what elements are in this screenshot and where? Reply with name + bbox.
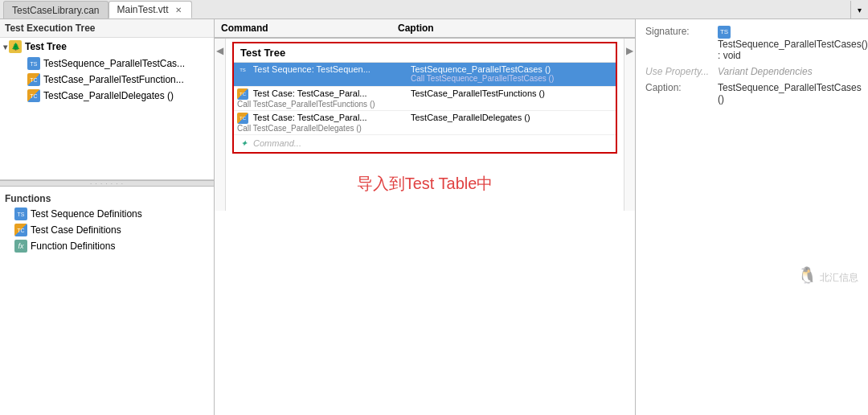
table-row[interactable]: TS Test Sequence: TestSequen... TestSequ… bbox=[234, 63, 616, 87]
row1-cap-sub: Call TestSequence_ParallelTestCases () bbox=[411, 74, 612, 83]
execution-tree-title: Test Execution Tree bbox=[0, 19, 214, 38]
signature-row: Signature: TS TestSequence_ParallelTestC… bbox=[645, 26, 858, 61]
fn-item-fd[interactable]: fx Function Definitions bbox=[0, 238, 214, 254]
tree-area: ▾ 🌲 Test Tree TS TestSequence_ParallelTe… bbox=[0, 38, 214, 104]
row3-cap-main: TestCase_ParallelDelegates () bbox=[411, 113, 612, 122]
watermark-text: 🐧 北汇信息 bbox=[645, 265, 858, 285]
fn-item-tsd[interactable]: TS Test Sequence Definitions bbox=[0, 206, 214, 222]
row1-cap-main: TestSequence_ParallelTestCases () bbox=[411, 64, 612, 74]
tree-item-tc2-label: TestCase_ParallelDelegates () bbox=[43, 90, 174, 101]
tc-icon-1: TC bbox=[27, 73, 40, 86]
signature-value: TS TestSequence_ParallelTestCases() : vo… bbox=[718, 26, 868, 61]
left-arrow-area: ◀ bbox=[215, 39, 226, 211]
row2-cmd-text: Test Case: TestCase_Paral... bbox=[253, 88, 367, 98]
fn-item-tcd[interactable]: TC Test Case Definitions bbox=[0, 222, 214, 238]
signature-icon: TS bbox=[718, 26, 731, 39]
center-text-area: 导入到Test Table中 bbox=[226, 157, 624, 211]
tree-root[interactable]: ▾ 🌲 Test Tree bbox=[0, 38, 214, 55]
watermark-area: 🐧 北汇信息 bbox=[645, 265, 858, 285]
tab-testcaselibrary[interactable]: TestCaseLibrary.can bbox=[3, 1, 108, 18]
col-caption-header: Caption bbox=[398, 23, 628, 34]
tab-bar: TestCaseLibrary.can MainTest.vtt ✕ ▾ bbox=[0, 0, 868, 19]
row1-cmd-text: Test Sequence: TestSequen... bbox=[253, 64, 371, 74]
functions-title: Functions bbox=[0, 190, 214, 206]
new-command-row[interactable]: ✦ Command... bbox=[234, 135, 616, 152]
right-panel: Signature: TS TestSequence_ParallelTestC… bbox=[635, 19, 868, 415]
fn-item-tsd-label: Test Sequence Definitions bbox=[31, 208, 142, 220]
row3-tc-icon: TC bbox=[237, 113, 248, 124]
tc-icon-2: TC bbox=[27, 89, 40, 102]
folder-icon: 🌲 bbox=[9, 40, 22, 53]
row2-cmd: TC Test Case: TestCase_Paral... Call Tes… bbox=[237, 88, 411, 109]
new-command-star-icon: ✦ bbox=[240, 138, 248, 148]
caption-label: Caption: bbox=[645, 82, 718, 93]
fn-item-tcd-label: Test Case Definitions bbox=[31, 224, 121, 236]
row2-cap: TestCase_ParallelTestFunctions () bbox=[411, 88, 612, 98]
signature-label: Signature: bbox=[645, 26, 718, 37]
row3-cmd-text: Test Case: TestCase_Paral... bbox=[253, 113, 367, 122]
tree-item-seq1-label: TestSequence_ParallelTestCas... bbox=[43, 58, 185, 69]
right-arrow-icon: ▶ bbox=[626, 45, 633, 56]
chevron-down-icon: ▾ bbox=[3, 43, 7, 51]
tab-testcaselibrary-label: TestCaseLibrary.can bbox=[12, 5, 100, 16]
left-panel: Test Execution Tree ▾ 🌲 Test Tree TS Tes… bbox=[0, 19, 215, 415]
caption-row: Caption: TestSequence_ParallelTestCases … bbox=[645, 82, 858, 105]
watermark-company: 北汇信息 bbox=[820, 272, 858, 283]
tree-root-label: Test Tree bbox=[25, 41, 67, 52]
tab-dropdown-button[interactable]: ▾ bbox=[850, 1, 868, 18]
main-layout: Test Execution Tree ▾ 🌲 Test Tree TS Tes… bbox=[0, 19, 868, 415]
tab-maintest-label: MainTest.vtt bbox=[117, 4, 169, 15]
functions-section: Functions TS Test Sequence Definitions T… bbox=[0, 187, 214, 415]
use-property-row: Use Property... Variant Dependencies bbox=[645, 66, 858, 77]
seq-icon: TS bbox=[27, 57, 40, 70]
table-content: Test Tree TS Test Sequence: TestSequen..… bbox=[226, 39, 624, 211]
use-property-label: Use Property... bbox=[645, 66, 718, 77]
new-command-placeholder: Command... bbox=[253, 138, 301, 148]
tab-close-button[interactable]: ✕ bbox=[174, 6, 183, 14]
signature-value-text: TestSequence_ParallelTestCases() : void bbox=[718, 39, 868, 61]
use-property-value: Variant Dependencies bbox=[718, 66, 858, 77]
table-row[interactable]: TC Test Case: TestCase_Paral... Call Tes… bbox=[234, 87, 616, 111]
fn-icon: fx bbox=[14, 240, 27, 253]
test-tree-box: Test Tree TS Test Sequence: TestSequen..… bbox=[232, 42, 617, 154]
wechat-icon: 🐧 bbox=[797, 266, 817, 284]
row2-cmd-sub: Call TestCase_ParallelTestFunctions () bbox=[237, 100, 407, 109]
tree-item-tc1[interactable]: TC TestCase_ParallelTestFunction... bbox=[0, 72, 214, 88]
right-arrow-area: ▶ bbox=[624, 39, 635, 211]
h-divider[interactable]: · · · · · · · bbox=[0, 180, 214, 187]
row1-seq-icon: TS bbox=[237, 64, 248, 76]
tree-item-seq1[interactable]: TS TestSequence_ParallelTestCas... bbox=[0, 55, 214, 72]
row3-cmd-sub: Call TestCase_ParallelDelegates () bbox=[237, 124, 407, 133]
row2-tc-icon: TC bbox=[237, 88, 248, 100]
row2-cap-main: TestCase_ParallelTestFunctions () bbox=[411, 88, 612, 98]
fn-item-fd-label: Function Definitions bbox=[31, 240, 115, 252]
tab-maintest[interactable]: MainTest.vtt ✕ bbox=[108, 1, 192, 18]
table-header: Command Caption bbox=[215, 19, 635, 39]
tree-item-tc2[interactable]: TC TestCase_ParallelDelegates () bbox=[0, 88, 214, 104]
row1-cmd: TS Test Sequence: TestSequen... bbox=[237, 64, 411, 76]
execution-tree-section: Test Execution Tree ▾ 🌲 Test Tree TS Tes… bbox=[0, 19, 214, 180]
tree-item-tc1-label: TestCase_ParallelTestFunction... bbox=[43, 74, 184, 85]
table-row[interactable]: TC Test Case: TestCase_Paral... Call Tes… bbox=[234, 111, 616, 135]
center-panel: Command Caption ◀ Test Tree TS Test Sequ… bbox=[215, 19, 635, 415]
center-text: 导入到Test Table中 bbox=[357, 173, 493, 195]
seq-def-icon: TS bbox=[14, 208, 27, 220]
row3-cmd: TC Test Case: TestCase_Paral... Call Tes… bbox=[237, 113, 411, 133]
col-command-header: Command bbox=[221, 23, 398, 34]
test-tree-box-header: Test Tree bbox=[234, 43, 616, 63]
left-arrow-icon: ◀ bbox=[216, 45, 223, 56]
row3-cap: TestCase_ParallelDelegates () bbox=[411, 113, 612, 122]
row1-cap: TestSequence_ParallelTestCases () Call T… bbox=[411, 64, 612, 83]
caption-value: TestSequence_ParallelTestCases () bbox=[718, 82, 862, 105]
tc-def-icon: TC bbox=[14, 224, 27, 236]
table-body: ◀ Test Tree TS Test Sequence: TestSequen… bbox=[215, 39, 635, 211]
